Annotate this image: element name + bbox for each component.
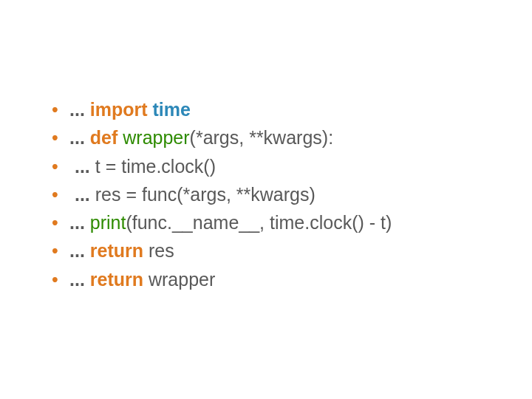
indent: [69, 156, 75, 177]
code-token: t = time.clock(): [90, 156, 216, 177]
code-line: ... import time: [52, 96, 510, 123]
code-line: ... t = time.clock(): [52, 153, 510, 180]
code-line: ... return wrapper: [52, 266, 510, 293]
code-token: (*args, **kwargs):: [190, 127, 334, 148]
code-list: ... import time... def wrapper(*args, **…: [52, 96, 510, 293]
code-token: return: [90, 240, 149, 261]
code-token: ...: [69, 269, 85, 290]
slide: ... import time... def wrapper(*args, **…: [0, 0, 532, 293]
code-token: [85, 127, 90, 148]
code-token: [85, 212, 90, 233]
code-token: res: [149, 240, 174, 261]
code-token: ...: [69, 212, 85, 233]
code-token: (func.__name__, time.clock() - t): [126, 212, 392, 233]
code-token: print: [90, 212, 126, 233]
code-token: ...: [75, 156, 90, 177]
code-token: [85, 269, 90, 290]
code-token: return: [90, 269, 149, 290]
code-token: ...: [75, 184, 90, 205]
code-line: ... return res: [52, 237, 510, 264]
code-token: ...: [69, 99, 85, 120]
indent: [69, 184, 75, 205]
code-token: ...: [69, 240, 85, 261]
code-token: [85, 99, 90, 120]
code-token: res = func(*args, **kwargs): [90, 184, 316, 205]
code-line: ... def wrapper(*args, **kwargs):: [52, 124, 510, 151]
code-token: ...: [69, 127, 85, 148]
code-token: wrapper: [149, 269, 215, 290]
code-token: [85, 240, 90, 261]
code-token: def: [90, 127, 123, 148]
code-token: wrapper: [123, 127, 189, 148]
code-line: ... print(func.__name__, time.clock() - …: [52, 209, 510, 236]
code-line: ... res = func(*args, **kwargs): [52, 181, 510, 208]
code-token: import: [90, 99, 153, 120]
code-token: time: [153, 99, 191, 120]
